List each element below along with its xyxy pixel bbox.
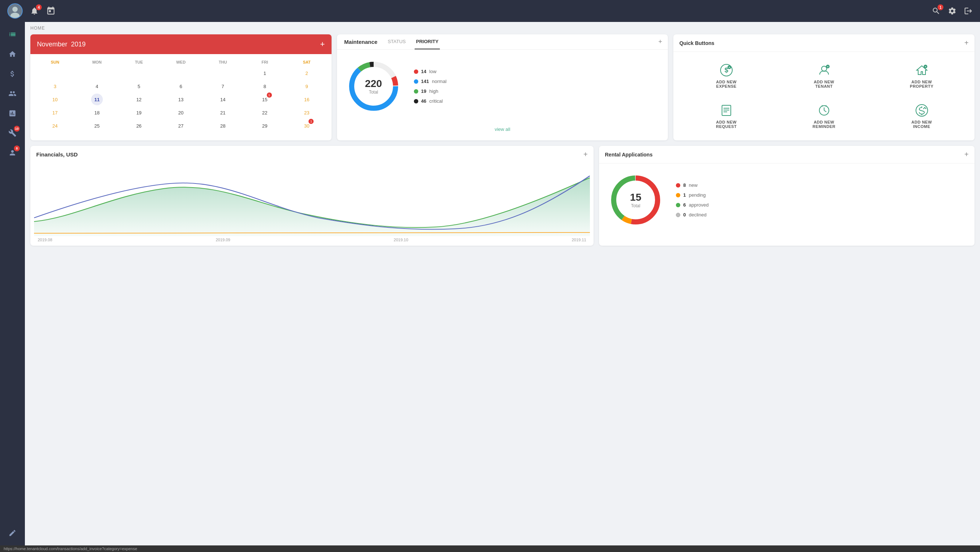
main-layout: 10 8 HOME November 2019	[0, 22, 980, 546]
rental-total-label: 15 Total	[630, 192, 641, 208]
add-new-reminder-button[interactable]: ADD NEWREMINDER	[777, 98, 871, 135]
cal-day-22[interactable]: 22	[259, 107, 271, 119]
rental-dot-pending	[676, 193, 680, 197]
cal-day-4[interactable]: 4	[91, 81, 103, 92]
day-header-fri: FRI	[244, 60, 286, 64]
sidebar-item-tenants[interactable]	[4, 85, 21, 102]
cal-day-2[interactable]: 2	[301, 67, 312, 79]
cal-day-12[interactable]: 12	[133, 94, 145, 105]
tab-status[interactable]: STATUS	[386, 34, 407, 49]
day-header-tue: TUE	[118, 60, 160, 64]
cal-day-26[interactable]: 26	[133, 120, 145, 132]
notifications-badge: 4	[36, 5, 42, 10]
cal-day-8[interactable]: 8	[259, 81, 271, 92]
cal-day-20[interactable]: 20	[175, 107, 187, 119]
calendar-button[interactable]	[46, 6, 56, 16]
maintenance-title: Maintenance	[343, 34, 379, 49]
cal-day-14[interactable]: 14	[217, 94, 229, 105]
day-header-wed: WED	[160, 60, 202, 64]
rental-legend-new: 8 new	[676, 182, 708, 188]
cal-day-23[interactable]: 23	[301, 107, 312, 119]
sidebar-item-edit[interactable]	[4, 524, 21, 542]
cal-day-19[interactable]: 19	[133, 107, 145, 119]
legend-item-low: 14 low	[414, 69, 447, 74]
add-new-income-button[interactable]: ADD NEWINCOME	[875, 98, 969, 135]
cal-day-30[interactable]: 301	[301, 120, 312, 132]
calendar-grid: SUN MON TUE WED THU FRI SAT	[30, 54, 331, 136]
topbar-right: 1	[932, 6, 973, 15]
search-button[interactable]: 1	[932, 6, 940, 15]
cal-day-15[interactable]: 151	[259, 94, 271, 105]
sidebar: 10 8	[0, 22, 25, 546]
sidebar-item-financials[interactable]	[4, 65, 21, 82]
legend-dot-critical	[414, 99, 418, 103]
cal-day-29[interactable]: 29	[259, 120, 271, 132]
quick-buttons-grid: $ + ADD NEWEXPENSE +	[673, 52, 975, 140]
add-new-tenant-button[interactable]: + ADD NEWTENANT	[777, 58, 871, 94]
rental-donut: 15 Total	[606, 171, 665, 229]
cal-day-9[interactable]: 9	[301, 81, 312, 92]
cal-day-13[interactable]: 13	[175, 94, 187, 105]
legend-item-normal: 141 normal	[414, 79, 447, 84]
calendar-header: November 2019 +	[30, 34, 331, 54]
sidebar-item-users[interactable]: 8	[4, 144, 21, 162]
svg-line-23	[824, 110, 826, 112]
maintenance-add-button[interactable]: +	[658, 38, 662, 46]
quick-buttons-title: Quick Buttons	[679, 40, 714, 46]
cal-day-5[interactable]: 5	[133, 81, 145, 92]
cal-day-1[interactable]: 1	[259, 67, 271, 79]
cal-day-16[interactable]: 16	[301, 94, 312, 105]
financials-add[interactable]: +	[583, 150, 588, 159]
svg-text:+: +	[924, 65, 926, 68]
cal-day-3[interactable]: 3	[49, 81, 61, 92]
rental-legend-declined: 0 declined	[676, 212, 708, 217]
quick-buttons-header: Quick Buttons +	[673, 34, 975, 52]
logout-button[interactable]	[964, 6, 973, 15]
svg-text:+: +	[728, 66, 730, 69]
cal-day-21[interactable]: 21	[217, 107, 229, 119]
cal-day-7[interactable]: 7	[217, 81, 229, 92]
settings-button[interactable]	[948, 6, 956, 15]
add-new-expense-button[interactable]: $ + ADD NEWEXPENSE	[679, 58, 773, 94]
cal-day-27[interactable]: 27	[175, 120, 187, 132]
svg-point-1	[13, 6, 18, 12]
cal-day-17[interactable]: 17	[49, 107, 61, 119]
add-new-property-button[interactable]: + ADD NEWPROPERTY	[875, 58, 969, 94]
cal-day-6[interactable]: 6	[175, 81, 187, 92]
quick-buttons-add[interactable]: +	[964, 39, 969, 47]
calendar-week-1: 1 2	[34, 67, 328, 80]
legend-dot-low	[414, 70, 418, 74]
notifications-button[interactable]: 4	[30, 6, 39, 15]
legend-dot-high	[414, 89, 418, 94]
view-all-maintenance[interactable]: view all	[337, 123, 668, 136]
cal-day-24[interactable]: 24	[49, 120, 61, 132]
maintenance-body: 220 Total 14 low 141	[337, 50, 668, 123]
rental-applications-add[interactable]: +	[964, 150, 969, 159]
financials-title: Financials, USD	[36, 151, 78, 157]
rental-legend-pending: 1 pending	[676, 192, 708, 198]
calendar-add-button[interactable]: +	[320, 40, 325, 49]
quick-buttons-card: Quick Buttons + $ + ADD NEWEXPENSE	[673, 34, 975, 140]
cal-day-18[interactable]: 18	[91, 107, 103, 119]
cal-day-11[interactable]: 11	[91, 94, 103, 105]
maintenance-tabs: Maintenance STATUS PRIORITY +	[337, 34, 668, 50]
financials-chart: 2019.08 2019.09 2019.10 2019.11	[30, 163, 593, 246]
financials-card: Financials, USD +	[30, 146, 593, 246]
breadcrumb: HOME	[30, 25, 975, 31]
sidebar-item-properties[interactable]	[4, 45, 21, 63]
avatar[interactable]	[7, 3, 23, 19]
top-grid: November 2019 + SUN MON TUE WED THU FRI …	[30, 34, 975, 140]
calendar-week-3: 10 11 12 13 14 151 16	[34, 93, 328, 106]
sidebar-item-dashboard[interactable]	[4, 25, 21, 43]
add-new-request-button[interactable]: ADD NEWREQUEST	[679, 98, 773, 135]
sidebar-item-reports[interactable]	[4, 105, 21, 122]
financials-header: Financials, USD +	[30, 146, 593, 163]
sidebar-item-maintenance[interactable]: 10	[4, 124, 21, 142]
rental-legend-approved: 6 approved	[676, 202, 708, 208]
tab-priority[interactable]: PRIORITY	[415, 34, 440, 49]
content-area: HOME November 2019 + SUN MON TUE	[25, 22, 980, 546]
cal-day-25[interactable]: 25	[91, 120, 103, 132]
cal-day-10[interactable]: 10	[49, 94, 61, 105]
cal-day-28[interactable]: 28	[217, 120, 229, 132]
day-header-mon: MON	[76, 60, 118, 64]
